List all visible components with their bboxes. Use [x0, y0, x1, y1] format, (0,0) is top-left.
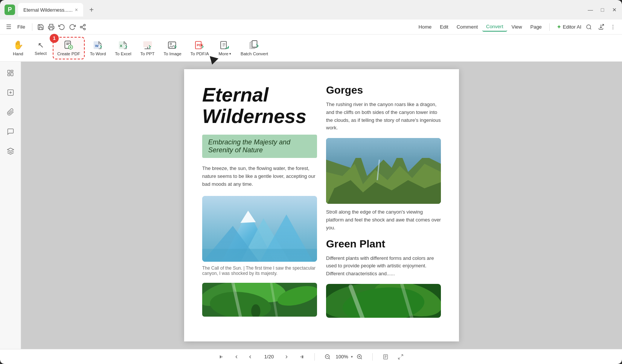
sidebar-comment-icon[interactable] — [4, 125, 17, 138]
to-pdfa-tool[interactable]: PDF To PDF/A — [187, 37, 213, 59]
svg-line-75 — [361, 358, 362, 359]
batch-convert-icon — [249, 40, 259, 50]
menu-bar: ☰ File Home Edit Comment Convert View Pa… — [0, 20, 622, 35]
doc-left-column: Eternal Wilderness Embracing the Majesty… — [202, 84, 317, 318]
sidebar-add-icon[interactable] — [4, 86, 17, 99]
create-pdf-tool[interactable]: 1 Create PDF — [53, 37, 85, 59]
svg-rect-0 — [49, 27, 53, 30]
select-tool[interactable]: ↖ Select — [30, 37, 51, 59]
svg-rect-30 — [8, 70, 10, 73]
zoom-out-button[interactable] — [322, 352, 333, 362]
fit-page-button[interactable] — [395, 352, 406, 362]
menu-right-actions: ✦ Editor AI — [556, 23, 617, 32]
page-indicator: 1/20 — [261, 354, 277, 359]
zoom-control: 100% ▾ — [322, 352, 365, 362]
zoom-value: 100% — [334, 354, 349, 359]
to-ppt-icon — [143, 40, 152, 50]
green-plant-title: Green Plant — [326, 238, 441, 250]
to-image-tool[interactable]: To Image — [160, 37, 185, 59]
more-tool[interactable]: More▾ — [214, 37, 235, 59]
sidebar-layers-icon[interactable] — [4, 144, 17, 158]
ai-star-icon: ✦ — [556, 23, 561, 30]
search-icon[interactable] — [584, 23, 593, 32]
back-button[interactable] — [246, 352, 257, 362]
svg-point-6 — [587, 25, 591, 29]
main-area: Eternal Wilderness Embracing the Majesty… — [0, 62, 622, 349]
doc-image-caption: The Call of the Sun. | The first time I … — [202, 265, 317, 276]
status-separator-2 — [372, 353, 373, 361]
svg-point-59 — [357, 141, 377, 150]
svg-text:X: X — [120, 44, 122, 48]
nav-page[interactable]: Page — [526, 23, 545, 31]
svg-point-23 — [170, 43, 172, 44]
zoom-in-button[interactable] — [354, 352, 365, 362]
batch-convert-tool[interactable]: Batch Convert — [237, 37, 272, 59]
green-plant-image — [326, 284, 441, 318]
new-tab-button[interactable]: + — [86, 5, 97, 15]
to-excel-tool[interactable]: X To Excel — [111, 37, 135, 59]
print-icon[interactable] — [47, 23, 56, 32]
save-icon[interactable] — [36, 23, 45, 32]
to-ppt-tool[interactable]: To PPT — [137, 37, 159, 59]
nav-edit[interactable]: Edit — [436, 23, 452, 31]
cloud-sync-icon[interactable] — [596, 23, 605, 32]
zoom-dropdown-icon[interactable]: ▾ — [351, 355, 353, 359]
nav-comment[interactable]: Comment — [453, 23, 482, 31]
close-button[interactable]: ✕ — [611, 7, 617, 13]
bottom-plant-image — [202, 283, 317, 317]
to-word-tool[interactable]: W To Word — [86, 37, 110, 59]
svg-rect-29 — [252, 41, 257, 47]
forward-button[interactable] — [296, 352, 307, 362]
create-pdf-label: Create PDF — [57, 52, 80, 56]
share-icon[interactable] — [78, 23, 87, 32]
svg-rect-33 — [11, 73, 13, 76]
doc-body-text: The breeze, the sun, the flowing water, … — [202, 165, 317, 188]
status-bar: 1/20 100% ▾ — [0, 349, 622, 364]
redo-icon[interactable] — [68, 23, 77, 32]
svg-point-12 — [613, 28, 613, 29]
hamburger-menu-icon[interactable]: ☰ — [5, 22, 13, 32]
doc-title: Eternal Wilderness — [202, 84, 317, 127]
canyon-image — [326, 138, 441, 204]
svg-point-58 — [336, 141, 365, 154]
file-menu-button[interactable]: File — [14, 23, 28, 31]
step-badge: 1 — [50, 34, 59, 43]
hand-tool[interactable]: ✋ Hand — [8, 37, 29, 59]
nav-convert[interactable]: Convert — [482, 22, 507, 32]
editor-ai-label: Editor AI — [563, 24, 581, 30]
go-to-first-page-button[interactable] — [216, 352, 227, 362]
toolbar: ✋ Hand ↖ Select 1 Create PDF W — [0, 35, 622, 62]
svg-point-2 — [80, 26, 82, 28]
svg-marker-37 — [7, 148, 14, 151]
svg-line-4 — [82, 27, 84, 29]
tab-close-button[interactable]: × — [75, 7, 78, 13]
prev-page-button[interactable] — [231, 352, 242, 362]
nav-view[interactable]: View — [508, 23, 526, 31]
undo-icon[interactable] — [57, 23, 66, 32]
page-view-button[interactable] — [380, 352, 391, 362]
hand-icon: ✋ — [13, 40, 23, 50]
svg-rect-26 — [221, 41, 226, 49]
sidebar-attachment-icon[interactable] — [4, 105, 17, 119]
doc-content: Eternal Wilderness Embracing the Majesty… — [202, 84, 441, 318]
gorges-title: Gorges — [326, 84, 441, 96]
to-image-label: To Image — [164, 52, 181, 56]
sidebar-thumbnails-icon[interactable] — [4, 66, 17, 80]
svg-point-1 — [84, 24, 85, 26]
doc-right-column: Gorges The rushing river in the canyon r… — [326, 84, 441, 318]
svg-rect-32 — [8, 74, 10, 76]
nav-menu: Home Edit Comment Convert View Page — [415, 22, 546, 32]
pdf-area[interactable]: Eternal Wilderness Embracing the Majesty… — [21, 62, 622, 349]
active-tab[interactable]: Eternal Wilderness...... × — [18, 3, 83, 17]
menu-separator — [32, 23, 32, 31]
status-separator — [314, 353, 315, 361]
more-options-icon[interactable] — [608, 23, 617, 32]
maximize-button[interactable]: □ — [599, 7, 605, 13]
pdf-page: Eternal Wilderness Embracing the Majesty… — [184, 69, 459, 341]
next-page-button[interactable] — [281, 352, 292, 362]
svg-marker-40 — [241, 218, 290, 261]
nav-home[interactable]: Home — [415, 23, 436, 31]
minimize-button[interactable]: — — [587, 7, 593, 13]
svg-rect-44 — [202, 249, 317, 262]
editor-ai-button[interactable]: ✦ Editor AI — [556, 23, 581, 30]
